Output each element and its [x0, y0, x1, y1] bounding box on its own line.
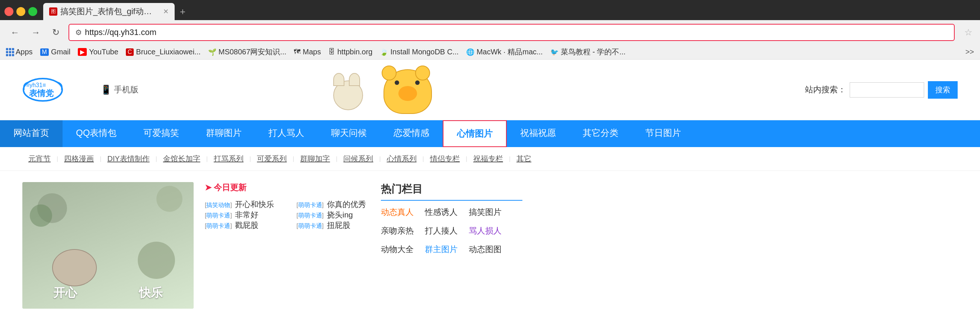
update-title-5[interactable]: 挠头ing — [327, 210, 353, 219]
svg-text:表情党: 表情党 — [29, 89, 54, 98]
update-cat-5: [萌萌卡通] — [296, 212, 324, 219]
search-input[interactable] — [850, 82, 924, 97]
tab-close-icon[interactable]: ✕ — [163, 8, 169, 16]
nav-scold[interactable]: 打人骂人 — [255, 120, 318, 147]
mobile-link[interactable]: 📱 手机版 — [100, 84, 138, 95]
update-cell-r2: [萌萌卡通] 挠头ing — [274, 210, 366, 220]
bookmark-ms08067[interactable]: 🌱 MS08067网安知识... — [208, 47, 286, 57]
update-cat-2: [萌萌卡通] — [205, 212, 232, 219]
sub-cute[interactable]: 可爱系列 — [251, 152, 293, 165]
bookmark-runoob[interactable]: 🐦 菜鸟教程 - 学的不... — [550, 47, 625, 57]
forward-button[interactable]: → — [28, 26, 43, 39]
bookmark-star-icon[interactable]: ☆ — [964, 27, 972, 38]
cat-link-2[interactable]: 萌萌卡通 — [206, 212, 230, 219]
hot-tag-8[interactable]: 群主图片 — [425, 244, 458, 255]
logo-svg: ≡yh31≡ 表情党 — [22, 77, 82, 103]
nav-other[interactable]: 其它分类 — [569, 120, 632, 147]
update-title-2[interactable]: 非常好 — [235, 210, 258, 219]
table-row: [搞笑动物] 开心和快乐 [萌萌卡通] 你真的优秀 — [205, 199, 366, 210]
back-button[interactable]: ← — [8, 26, 22, 39]
update-title-4[interactable]: 你真的优秀 — [327, 200, 366, 208]
nav-home[interactable]: 网站首页 — [0, 120, 62, 147]
cat-link-3[interactable]: 萌萌卡通 — [206, 223, 230, 229]
nav-mood[interactable]: 心情图片 — [443, 120, 507, 147]
nav-chat[interactable]: 聊天问候 — [318, 120, 380, 147]
sub-couple[interactable]: 情侣专栏 — [424, 152, 466, 165]
sub-other[interactable]: 其它 — [511, 152, 537, 165]
site-logo: ≡yh31≡ 表情党 — [22, 77, 82, 103]
bookmark-gmail[interactable]: M Gmail — [40, 48, 71, 56]
gmail-icon: M — [40, 48, 49, 56]
hot-tag-1[interactable]: 动态真人 — [381, 207, 414, 218]
mongodb-icon: 🍃 — [380, 48, 388, 56]
bookmarks-more[interactable]: >> — [966, 48, 974, 56]
nav-funny[interactable]: 可爱搞笑 — [130, 120, 192, 147]
hot-tag-2[interactable]: 性感诱人 — [425, 207, 458, 218]
close-button[interactable] — [5, 7, 13, 16]
cat-link-6[interactable]: 萌萌卡通 — [298, 223, 322, 229]
tab-favicon: 图 — [49, 8, 57, 16]
bookmarks-bar: Apps M Gmail ▶ YouTube C Bruce_Liuxiaowe… — [0, 45, 980, 60]
cat-link-5[interactable]: 萌萌卡通 — [298, 212, 322, 219]
bookmark-bruce-label: Bruce_Liuxiaowei... — [136, 48, 200, 56]
update-title-1[interactable]: 开心和快乐 — [235, 200, 274, 208]
hot-tag-7[interactable]: 动物大全 — [381, 244, 414, 255]
update-table: [搞笑动物] 开心和快乐 [萌萌卡通] 你真的优秀 [萌萌卡通] 非常好 — [205, 199, 366, 231]
nav-love[interactable]: 恋爱情感 — [380, 120, 443, 147]
refresh-button[interactable]: ↻ — [49, 26, 62, 39]
sub-yuanxiaojie[interactable]: 元宵节 — [22, 152, 57, 165]
hot-tag-5[interactable]: 打人揍人 — [425, 225, 458, 236]
sub-diy[interactable]: DIY表情制作 — [101, 152, 155, 165]
maximize-button[interactable] — [28, 7, 37, 16]
sub-jinguan[interactable]: 金馆长加字 — [157, 152, 206, 165]
table-row: [萌萌卡通] 非常好 [萌萌卡通] 挠头ing — [205, 210, 366, 220]
hot-tag-9[interactable]: 动态图图 — [469, 244, 501, 255]
minimize-button[interactable] — [16, 7, 25, 16]
featured-overlay: 开心 快乐 — [22, 285, 194, 301]
nav-group[interactable]: 群聊图片 — [192, 120, 255, 147]
sub-nav: 元宵节 | 四格漫画 | DIY表情制作 | 金馆长加字 | 打骂系列 | 可爱… — [0, 147, 980, 171]
bookmark-macwk[interactable]: 🌐 MacWk · 精品mac... — [466, 47, 543, 57]
bookmark-youtube-label: YouTube — [89, 48, 118, 56]
new-tab-button[interactable]: + — [176, 5, 189, 19]
url-input[interactable] — [85, 27, 948, 37]
featured-img-inner: 开心 快乐 — [22, 182, 194, 309]
sub-fourpanel[interactable]: 四格漫画 — [58, 152, 100, 165]
featured-text-left: 开心 — [53, 285, 77, 301]
httpbin-icon: 🗄 — [328, 48, 335, 56]
active-tab[interactable]: 图 搞笑图片_表情包_gif动态图片 ✕ — [43, 3, 175, 20]
sub-bless[interactable]: 祝福专栏 — [467, 152, 509, 165]
bookmark-macwk-label: MacWk · 精品mac... — [477, 47, 543, 57]
address-bar[interactable]: ⚙ — [68, 24, 955, 41]
update-title-3[interactable]: 戳屁股 — [235, 221, 258, 229]
today-title: ➤ 今日更新 — [205, 182, 366, 193]
cat-link-4[interactable]: 萌萌卡通 — [298, 202, 322, 208]
hot-tag-4[interactable]: 亲吻亲热 — [381, 225, 414, 236]
nav-holiday[interactable]: 节日图片 — [632, 120, 694, 147]
mascot-area — [326, 65, 441, 114]
tab-bar: 图 搞笑图片_表情包_gif动态图片 ✕ + — [0, 0, 980, 20]
sub-greet[interactable]: 问候系列 — [337, 152, 379, 165]
bookmarks-apps[interactable]: Apps — [6, 48, 33, 56]
cat-mascot — [326, 73, 371, 114]
bookmark-bruce[interactable]: C Bruce_Liuxiaowei... — [126, 48, 201, 56]
bookmark-maps[interactable]: 🗺 Maps — [294, 48, 321, 56]
search-button[interactable]: 搜索 — [928, 81, 958, 99]
nav-bless[interactable]: 祝福祝愿 — [507, 120, 569, 147]
apps-grid-icon — [6, 48, 14, 56]
hot-tag-6[interactable]: 骂人损人 — [469, 225, 501, 236]
cat-link-1[interactable]: 搞笑动物 — [206, 202, 230, 208]
sub-group-char[interactable]: 群聊加字 — [294, 152, 336, 165]
hot-tags: 动态真人 性感诱人 搞笑图片 亲吻亲热 打人揍人 骂人损人 动物大全 群主图片 … — [381, 207, 522, 255]
hot-tag-3[interactable]: 搞笑图片 — [469, 207, 501, 218]
bookmark-httpbin[interactable]: 🗄 httpbin.org — [328, 48, 373, 56]
bookmark-youtube[interactable]: ▶ YouTube — [78, 48, 118, 56]
bookmark-mongodb[interactable]: 🍃 Install MongoDB C... — [380, 48, 458, 56]
update-title-6[interactable]: 扭屁股 — [327, 221, 350, 229]
nav-qq[interactable]: QQ表情包 — [62, 120, 130, 147]
sub-dama[interactable]: 打骂系列 — [208, 152, 250, 165]
update-cat-3: [萌萌卡通] — [205, 223, 232, 229]
sub-mood[interactable]: 心情系列 — [381, 152, 423, 165]
featured-image: 开心 快乐 — [22, 182, 194, 309]
mobile-icon: 📱 — [100, 84, 112, 95]
